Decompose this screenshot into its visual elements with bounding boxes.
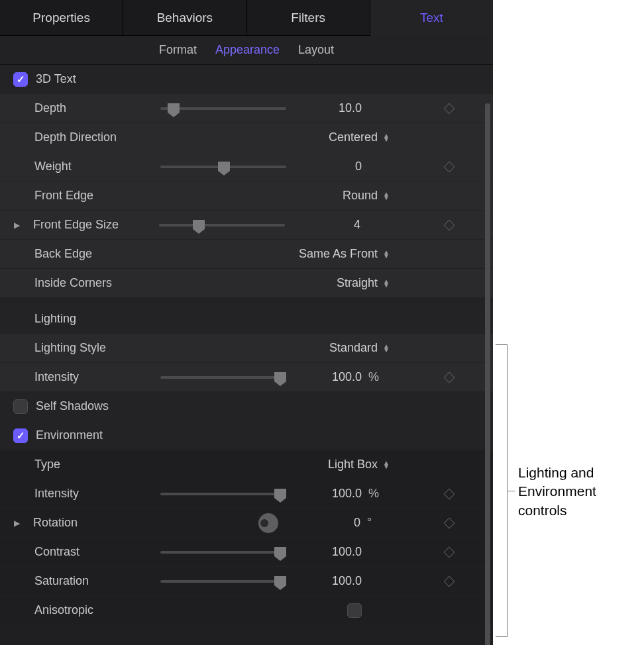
- value-env-contrast[interactable]: 100.0: [286, 545, 366, 559]
- annotation-label: Lighting and Environment controls: [518, 464, 637, 520]
- keyframe-icon[interactable]: [444, 575, 455, 587]
- inspector-panel: Properties Behaviors Filters Text Format…: [0, 0, 493, 645]
- dropdown-env-type[interactable]: Light Box ▲▼: [160, 458, 390, 471]
- stepper-icon: ▲▼: [383, 279, 390, 287]
- stepper-icon: ▲▼: [383, 192, 390, 200]
- row-lighting-header: Lighting: [0, 305, 493, 334]
- main-tabs: Properties Behaviors Filters Text: [0, 0, 493, 36]
- stepper-icon: ▲▼: [383, 344, 390, 352]
- slider-lighting-intensity[interactable]: [160, 371, 286, 384]
- keyframe-icon[interactable]: [444, 546, 455, 558]
- label-depth-direction: Depth Direction: [34, 130, 160, 144]
- annotation-bracket: [496, 344, 508, 637]
- keyframe-icon[interactable]: [444, 488, 455, 499]
- subtab-format[interactable]: Format: [159, 43, 197, 57]
- label-weight: Weight: [34, 160, 160, 174]
- row-env-saturation: Saturation 100.0: [0, 567, 493, 596]
- row-lighting-style: Lighting Style Standard ▲▼: [0, 334, 493, 363]
- value-env-saturation[interactable]: 100.0: [286, 574, 366, 588]
- keyframe-icon[interactable]: [444, 517, 455, 528]
- row-weight: Weight 0: [0, 152, 493, 181]
- label-env-type: Type: [34, 458, 160, 471]
- label-depth: Depth: [34, 101, 160, 115]
- row-env-contrast: Contrast 100.0: [0, 538, 493, 567]
- label-back-edge: Back Edge: [34, 247, 160, 261]
- row-env-type: Type Light Box ▲▼: [0, 450, 493, 479]
- row-lighting-intensity: Intensity 100.0 %: [0, 363, 493, 392]
- slider-depth[interactable]: [160, 102, 286, 115]
- row-front-edge-size: ▶ Front Edge Size 4: [0, 211, 493, 240]
- label-lighting-intensity: Intensity: [34, 370, 160, 384]
- row-environment: Environment: [0, 421, 493, 450]
- checkbox-3d-text[interactable]: [13, 72, 28, 87]
- value-env-rotation[interactable]: 0: [285, 516, 364, 530]
- slider-env-contrast[interactable]: [160, 546, 286, 559]
- row-3d-text: 3D Text: [0, 65, 493, 94]
- label-lighting-style: Lighting Style: [34, 341, 160, 355]
- tab-filters[interactable]: Filters: [247, 0, 370, 36]
- subtab-appearance[interactable]: Appearance: [215, 43, 280, 57]
- label-3d-text: 3D Text: [36, 72, 453, 86]
- row-back-edge: Back Edge Same As Front ▲▼: [0, 240, 493, 269]
- row-env-rotation: ▶ Rotation 0 °: [0, 509, 493, 538]
- label-front-edge-size: Front Edge Size: [33, 218, 159, 232]
- label-front-edge: Front Edge: [34, 189, 160, 203]
- label-inside-corners: Inside Corners: [34, 276, 160, 290]
- row-depth-direction: Depth Direction Centered ▲▼: [0, 123, 493, 152]
- checkbox-anisotropic[interactable]: [347, 603, 362, 618]
- value-weight[interactable]: 0: [286, 160, 366, 174]
- scroll-area: 3D Text Depth 10.0 Depth Direction Cente…: [0, 65, 493, 645]
- label-environment: Environment: [36, 428, 453, 442]
- unit-percent: %: [366, 487, 386, 501]
- stepper-icon: ▲▼: [383, 134, 390, 142]
- dropdown-front-edge[interactable]: Round ▲▼: [160, 189, 390, 203]
- label-env-rotation: Rotation: [33, 516, 159, 530]
- row-depth: Depth 10.0: [0, 94, 493, 123]
- row-env-anisotropic: Anisotropic: [0, 596, 493, 625]
- sub-tabs: Format Appearance Layout: [0, 36, 493, 65]
- label-env-contrast: Contrast: [34, 545, 160, 559]
- slider-front-edge-size[interactable]: [159, 219, 285, 232]
- row-front-edge: Front Edge Round ▲▼: [0, 181, 493, 211]
- label-env-intensity: Intensity: [34, 487, 160, 501]
- disclosure-icon[interactable]: ▶: [11, 221, 23, 230]
- keyframe-icon[interactable]: [444, 161, 455, 172]
- label-self-shadows: Self Shadows: [36, 399, 453, 413]
- tab-text[interactable]: Text: [370, 0, 493, 36]
- scrollbar[interactable]: [485, 103, 490, 645]
- checkbox-environment[interactable]: [13, 428, 28, 443]
- row-self-shadows: Self Shadows: [0, 392, 493, 421]
- stepper-icon: ▲▼: [383, 461, 390, 469]
- checkbox-self-shadows[interactable]: [13, 399, 28, 414]
- value-lighting-intensity[interactable]: 100.0: [286, 370, 366, 384]
- dropdown-depth-direction[interactable]: Centered ▲▼: [160, 130, 390, 144]
- label-env-saturation: Saturation: [34, 574, 160, 588]
- keyframe-icon[interactable]: [444, 103, 455, 114]
- row-inside-corners: Inside Corners Straight ▲▼: [0, 269, 493, 298]
- slider-env-saturation[interactable]: [160, 575, 286, 588]
- tab-behaviors[interactable]: Behaviors: [123, 0, 246, 36]
- value-env-intensity[interactable]: 100.0: [286, 487, 366, 501]
- dropdown-back-edge[interactable]: Same As Front ▲▼: [160, 247, 390, 261]
- unit-degree: °: [364, 516, 384, 530]
- keyframe-icon[interactable]: [444, 372, 455, 383]
- label-lighting: Lighting: [34, 312, 76, 326]
- rotation-dial[interactable]: [258, 513, 278, 533]
- label-env-anisotropic: Anisotropic: [34, 603, 160, 617]
- subtab-layout[interactable]: Layout: [298, 43, 334, 57]
- disclosure-icon[interactable]: ▶: [11, 519, 23, 528]
- keyframe-icon[interactable]: [444, 219, 455, 230]
- dropdown-inside-corners[interactable]: Straight ▲▼: [160, 276, 390, 290]
- value-depth[interactable]: 10.0: [286, 101, 366, 115]
- slider-env-intensity[interactable]: [160, 487, 286, 501]
- unit-percent: %: [366, 370, 386, 384]
- dropdown-lighting-style[interactable]: Standard ▲▼: [160, 341, 390, 355]
- slider-weight[interactable]: [160, 160, 286, 174]
- tab-properties[interactable]: Properties: [0, 0, 123, 36]
- value-front-edge-size[interactable]: 4: [285, 218, 364, 232]
- stepper-icon: ▲▼: [383, 250, 390, 258]
- row-env-intensity: Intensity 100.0 %: [0, 479, 493, 509]
